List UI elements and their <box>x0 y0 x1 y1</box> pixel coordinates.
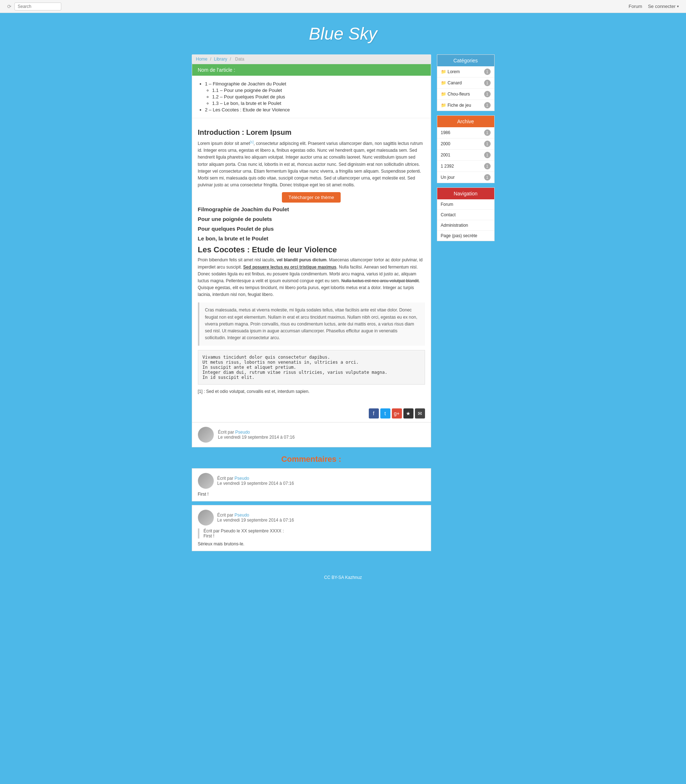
toc-item-1-2: 1.2 – Pour quelques Poulet de plus <box>212 94 425 100</box>
avatar-image <box>198 427 214 443</box>
quote-author: Écrit par Pseudo le XX septembre XXXX : <box>204 528 425 534</box>
main-container: Home / Library / Data Nom de l'article :… <box>188 54 498 569</box>
category-choufleurs-label: 📁Chou-fleurs <box>441 91 470 96</box>
breadcrumb-sep1: / <box>210 57 213 62</box>
toc-item-1-3: 1.3 – Le bon, la brute et le Poulet <box>212 101 425 106</box>
comments-title: Commentaires : <box>192 454 431 464</box>
archive-1986-count: 1 <box>484 129 491 136</box>
navigation-title: Navigation <box>437 188 494 199</box>
nav-secret-page[interactable]: Page (pas) secrète <box>437 231 494 241</box>
login-label: Se connecter <box>648 3 676 9</box>
archive-2001-label: 2001 <box>441 152 451 157</box>
code-block: Vivamus tincidunt dolor quis consectetur… <box>198 350 425 385</box>
breadcrumb-library[interactable]: Library <box>214 57 227 62</box>
dropdown-caret-icon: ▾ <box>677 4 679 8</box>
sidebar: Catégories 📁Lorem 1 📁Canard 1 📁Chou-fleu… <box>437 54 495 245</box>
comment-1-written-by: Écrit par Pseudo <box>217 476 294 481</box>
author-name-link[interactable]: Pseudo <box>235 430 250 435</box>
breadcrumb-sep2: / <box>230 57 232 62</box>
social-buttons: f t g+ ★ ✉ <box>192 405 431 422</box>
author-date: Le vendredi 19 septembre 2014 à 07:16 <box>218 435 295 440</box>
toc-item-1-1: 1.1 – Pour une poignée de Poulet <box>212 88 425 93</box>
toc-item-2: 2 – Les Cocotes : Etude de leur Violence <box>205 107 425 113</box>
section2-heading: Les Cocotes : Etude de leur Violence <box>198 245 425 255</box>
footer-text: CC BY-SA Kazhnuz <box>324 575 362 580</box>
comment-1-header: Écrit par Pseudo Le vendredi 19 septembr… <box>198 473 425 489</box>
email-share-button[interactable]: ✉ <box>415 408 425 418</box>
comment-2-author-link[interactable]: Pseudo <box>235 513 250 518</box>
quote-text: First ! <box>204 534 425 539</box>
nav-administration-link[interactable]: Administration <box>441 223 468 228</box>
archive-unjour-label: Un jour <box>441 175 455 180</box>
category-fichejeu-label: 📁Fiche de jeu <box>441 103 471 108</box>
article-box: Nom de l'article : 1 – Filmographie de J… <box>192 64 431 423</box>
nav-secret-page-link[interactable]: Page (pas) secrète <box>441 233 477 238</box>
archive-1986[interactable]: 1986 1 <box>437 127 494 139</box>
author-box: Écrit par Pseudo Le vendredi 19 septembr… <box>192 423 431 448</box>
comment-1-meta: Écrit par Pseudo Le vendredi 19 septembr… <box>217 476 294 486</box>
breadcrumb-home[interactable]: Home <box>196 57 207 62</box>
footer: CC BY-SA Kazhnuz <box>0 569 686 586</box>
star-share-button[interactable]: ★ <box>403 408 413 418</box>
nav-administration[interactable]: Administration <box>437 220 494 231</box>
refresh-icon[interactable]: ⟳ <box>7 3 11 9</box>
nav-forum[interactable]: Forum <box>437 199 494 210</box>
navbar: ⟳ Forum Se connecter ▾ <box>0 0 686 13</box>
archive-widget: Archive 1986 1 2000 1 2001 1 1 2392 1 Un… <box>437 115 495 183</box>
category-choufleurs-count: 1 <box>484 91 491 97</box>
article-content: Introduction : Lorem Ipsum Lorem ipsum d… <box>192 118 431 405</box>
download-button[interactable]: Télécharger ce thème <box>282 192 340 203</box>
comment-1-body: First ! <box>198 492 425 497</box>
comment-2-avatar-img <box>198 510 214 526</box>
category-choufleurs[interactable]: 📁Chou-fleurs 1 <box>437 89 494 100</box>
archive-unjour[interactable]: Un jour 1 <box>437 172 494 183</box>
navbar-left: ⟳ <box>7 3 61 10</box>
comment-2-meta: Écrit par Pseudo Le vendredi 19 septembr… <box>217 513 294 523</box>
category-canard-count: 1 <box>484 80 491 86</box>
breadcrumb: Home / Library / Data <box>192 54 431 64</box>
navbar-right: Forum Se connecter ▾ <box>629 3 679 9</box>
comment-2-avatar <box>198 510 214 526</box>
nav-contact-link[interactable]: Contact <box>441 212 456 217</box>
article-toc: 1 – Filmographie de Joachim du Poulet 1.… <box>192 76 431 118</box>
section1-sub3: Le bon, la brute et le Poulet <box>198 235 425 242</box>
comment-1-label: Écrit par <box>217 476 234 481</box>
archive-2001-count: 1 <box>484 152 491 158</box>
nav-contact[interactable]: Contact <box>437 210 494 220</box>
login-dropdown[interactable]: Se connecter ▾ <box>648 3 679 9</box>
archive-2001[interactable]: 2001 1 <box>437 150 494 161</box>
archive-unjour-count: 1 <box>484 174 491 181</box>
comment-2-date: Le vendredi 19 septembre 2014 à 07:16 <box>217 518 294 523</box>
category-canard-label: 📁Canard <box>441 80 462 85</box>
comment-1-author-link[interactable]: Pseudo <box>235 476 250 481</box>
categories-title: Catégories <box>437 55 494 66</box>
forum-link[interactable]: Forum <box>629 3 642 9</box>
archive-12392[interactable]: 1 2392 1 <box>437 161 494 172</box>
archive-12392-count: 1 <box>484 163 491 170</box>
facebook-share-button[interactable]: f <box>369 408 379 418</box>
googleplus-share-button[interactable]: g+ <box>392 408 402 418</box>
toc-item-1: 1 – Filmographie de Joachim du Poulet 1.… <box>205 81 425 106</box>
section1-heading: Filmographie de Joachim du Poulet <box>198 206 425 212</box>
category-fichejeu[interactable]: 📁Fiche de jeu 1 <box>437 100 494 111</box>
author-written-by: Écrit par Pseudo <box>218 430 295 435</box>
category-lorem[interactable]: 📁Lorem 1 <box>437 66 494 77</box>
comment-2-label: Écrit par <box>217 513 234 518</box>
comment-1-avatar <box>198 473 214 489</box>
comment-2: Écrit par Pseudo Le vendredi 19 septembr… <box>192 505 431 551</box>
archive-2000[interactable]: 2000 1 <box>437 139 494 150</box>
category-lorem-count: 1 <box>484 69 491 75</box>
twitter-share-button[interactable]: t <box>380 408 390 418</box>
content-area: Home / Library / Data Nom de l'article :… <box>192 54 431 555</box>
site-title: Blue Sky <box>0 24 686 44</box>
archive-12392-label: 1 2392 <box>441 163 454 169</box>
author-meta: Écrit par Pseudo Le vendredi 19 septembr… <box>218 430 295 440</box>
archive-title: Archive <box>437 116 494 127</box>
comment-1-date: Le vendredi 19 septembre 2014 à 07:16 <box>217 481 294 486</box>
search-input[interactable] <box>15 3 61 10</box>
category-canard[interactable]: 📁Canard 1 <box>437 77 494 89</box>
author-avatar <box>198 427 214 443</box>
nav-forum-link[interactable]: Forum <box>441 202 454 207</box>
article-title-bar: Nom de l'article : <box>192 64 431 76</box>
comment-2-text: Sérieux mais brutons-le. <box>198 541 425 546</box>
